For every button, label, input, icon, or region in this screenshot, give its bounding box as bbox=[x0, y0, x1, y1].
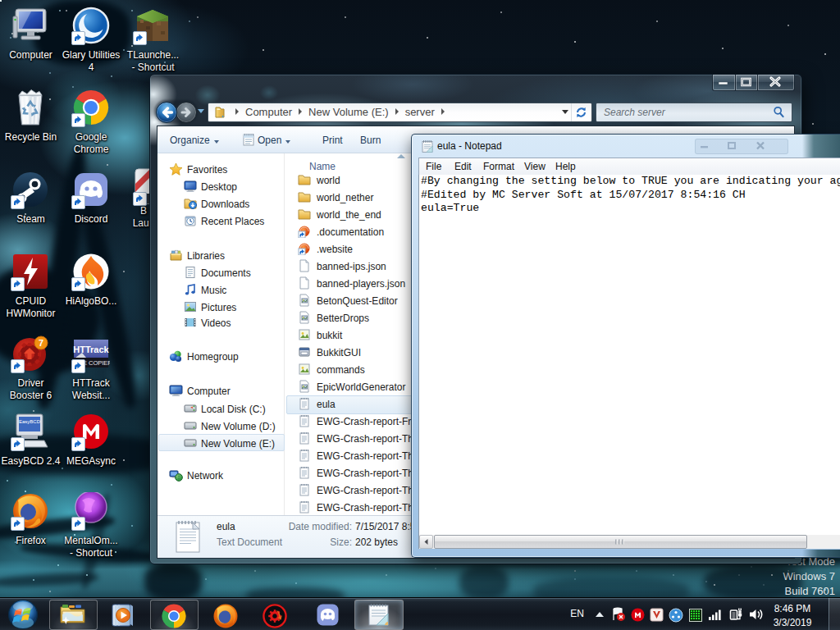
svg-text:HTTrack: HTTrack bbox=[73, 345, 109, 354]
svg-text:EasyBCD: EasyBCD bbox=[19, 419, 41, 424]
svg-text:7: 7 bbox=[39, 338, 43, 348]
